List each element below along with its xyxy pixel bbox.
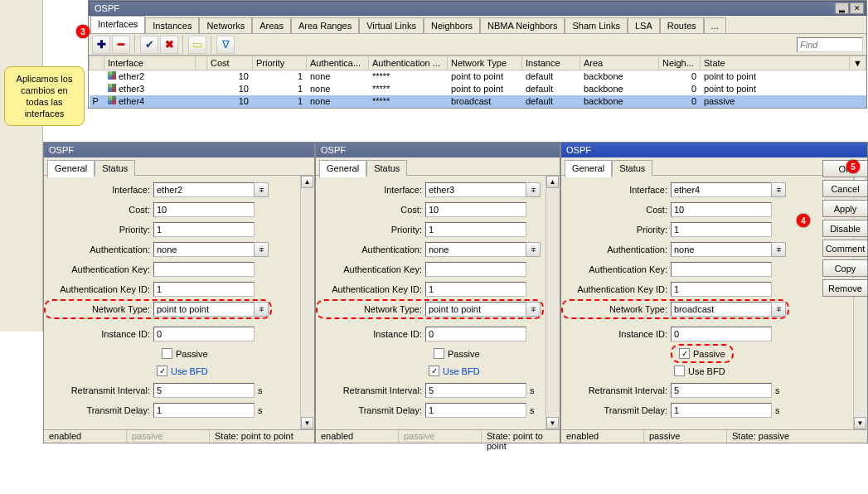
tab-more[interactable]: ...: [704, 17, 726, 33]
col-interface[interactable]: Interface: [104, 56, 196, 70]
cancel-button[interactable]: Cancel: [822, 180, 868, 197]
add-button[interactable]: ✚: [92, 36, 110, 54]
col-flag[interactable]: [90, 56, 104, 70]
col-area[interactable]: Area: [580, 56, 659, 70]
passive-checkbox[interactable]: [162, 348, 172, 359]
tab-routes[interactable]: Routes: [660, 17, 704, 33]
tab-areas[interactable]: Areas: [252, 17, 291, 33]
instance-id-field[interactable]: [425, 327, 526, 341]
retransmit-field[interactable]: [425, 383, 526, 398]
delay-field[interactable]: [425, 403, 526, 418]
auth-field[interactable]: [671, 242, 772, 257]
tab-lsa[interactable]: LSA: [628, 17, 660, 33]
dropdown-icon[interactable]: ∓: [254, 242, 269, 257]
scroll-up-icon[interactable]: ▲: [546, 176, 559, 188]
find-input[interactable]: [797, 37, 863, 52]
tab-general[interactable]: General: [319, 160, 366, 177]
tab-area-ranges[interactable]: Area Ranges: [291, 17, 359, 33]
priority-field[interactable]: [153, 222, 255, 237]
cost-field[interactable]: [671, 202, 772, 217]
instance-id-field[interactable]: [153, 327, 255, 341]
col-priority[interactable]: Priority: [253, 56, 307, 70]
close-icon[interactable]: ✕: [850, 2, 864, 14]
ok-button[interactable]: OK: [822, 160, 868, 177]
tab-status[interactable]: Status: [95, 160, 135, 176]
dialog-titlebar[interactable]: OSPF: [316, 143, 560, 157]
priority-field[interactable]: [425, 222, 526, 237]
interface-field[interactable]: [153, 182, 255, 197]
interface-field[interactable]: [671, 182, 772, 197]
tab-general[interactable]: General: [565, 160, 612, 177]
window-titlebar[interactable]: OSPF ▂ ✕: [89, 1, 866, 16]
col-ntype[interactable]: Network Type: [448, 56, 522, 70]
col-neigh[interactable]: Neigh...: [659, 56, 701, 70]
dropdown-icon[interactable]: ∓: [771, 182, 786, 197]
auth-key-field[interactable]: [671, 262, 772, 277]
filter-button[interactable]: ∇: [216, 36, 235, 54]
auth-key-id-field[interactable]: [425, 282, 526, 297]
delay-field[interactable]: [153, 403, 255, 418]
col-state[interactable]: State: [701, 56, 850, 70]
network-type-field[interactable]: [671, 302, 772, 317]
passive-checkbox[interactable]: [434, 348, 444, 359]
use-bfd-checkbox[interactable]: [157, 366, 167, 376]
tab-virtual-links[interactable]: Virtual Links: [359, 17, 424, 33]
network-type-field[interactable]: [153, 302, 255, 317]
minimize-icon[interactable]: ▂: [835, 2, 849, 14]
use-bfd-checkbox[interactable]: [674, 366, 685, 376]
comment-button-2[interactable]: Comment: [822, 240, 868, 257]
dialog-titlebar[interactable]: OSPF: [561, 143, 867, 157]
scroll-up-icon[interactable]: ▲: [301, 176, 313, 188]
use-bfd-checkbox[interactable]: [429, 366, 439, 376]
auth-key-field[interactable]: [425, 262, 526, 277]
scroll-down-icon[interactable]: ▼: [546, 417, 559, 429]
auth-field[interactable]: [153, 242, 255, 257]
tab-sham-links[interactable]: Sham Links: [565, 17, 627, 33]
table-row[interactable]: Pether4101none*****broadcastdefaultbackb…: [90, 95, 866, 108]
table-row[interactable]: ether3101none*****point to pointdefaultb…: [90, 83, 866, 95]
tab-neighbors[interactable]: Neighbors: [424, 17, 480, 33]
tab-networks[interactable]: Networks: [199, 17, 252, 33]
dropdown-icon[interactable]: ∓: [526, 302, 541, 317]
tab-status[interactable]: Status: [612, 160, 652, 176]
dropdown-icon[interactable]: ∓: [254, 302, 269, 317]
retransmit-field[interactable]: [671, 383, 772, 398]
tab-status[interactable]: Status: [366, 160, 407, 176]
retransmit-field[interactable]: [153, 383, 255, 398]
priority-field[interactable]: [671, 222, 772, 237]
tab-interfaces[interactable]: Interfaces: [90, 16, 145, 33]
dialog-titlebar[interactable]: OSPF: [44, 143, 314, 157]
scroll-down-icon[interactable]: ▼: [854, 417, 866, 429]
instance-id-field[interactable]: [671, 327, 772, 341]
auth-key-id-field[interactable]: [671, 282, 772, 297]
dropdown-icon[interactable]: ∓: [771, 302, 786, 317]
cost-field[interactable]: [153, 202, 255, 217]
network-type-field[interactable]: [425, 302, 526, 317]
auth-key-field[interactable]: [153, 262, 255, 277]
disable-button[interactable]: ✖: [160, 36, 178, 54]
cost-field[interactable]: [425, 202, 526, 217]
table-row[interactable]: ether2101none*****point to pointdefaultb…: [90, 70, 866, 83]
col-menu[interactable]: ▼: [850, 56, 866, 70]
delay-field[interactable]: [671, 403, 772, 418]
tab-instances[interactable]: Instances: [145, 17, 199, 33]
dropdown-icon[interactable]: ∓: [526, 182, 541, 197]
dropdown-icon[interactable]: ∓: [526, 242, 541, 257]
remove-button-2[interactable]: Remove: [822, 279, 868, 297]
auth-key-id-field[interactable]: [153, 282, 255, 297]
comment-button[interactable]: ▭: [188, 36, 206, 54]
tab-general[interactable]: General: [47, 160, 95, 177]
passive-checkbox[interactable]: [679, 348, 690, 359]
disable-button-2[interactable]: Disable: [822, 220, 868, 237]
dropdown-icon[interactable]: ∓: [771, 242, 786, 257]
col-authkey[interactable]: Authentication ...: [369, 56, 448, 70]
interface-field[interactable]: [425, 182, 526, 197]
dropdown-icon[interactable]: ∓: [254, 182, 269, 197]
auth-field[interactable]: [425, 242, 526, 257]
tab-nbma-neighbors[interactable]: NBMA Neighbors: [480, 17, 565, 33]
col-instance[interactable]: Instance: [522, 56, 580, 70]
copy-button[interactable]: Copy: [822, 259, 868, 277]
scroll-down-icon[interactable]: ▼: [301, 417, 313, 429]
col-sort[interactable]: [196, 56, 207, 70]
remove-button[interactable]: ━: [112, 36, 130, 54]
